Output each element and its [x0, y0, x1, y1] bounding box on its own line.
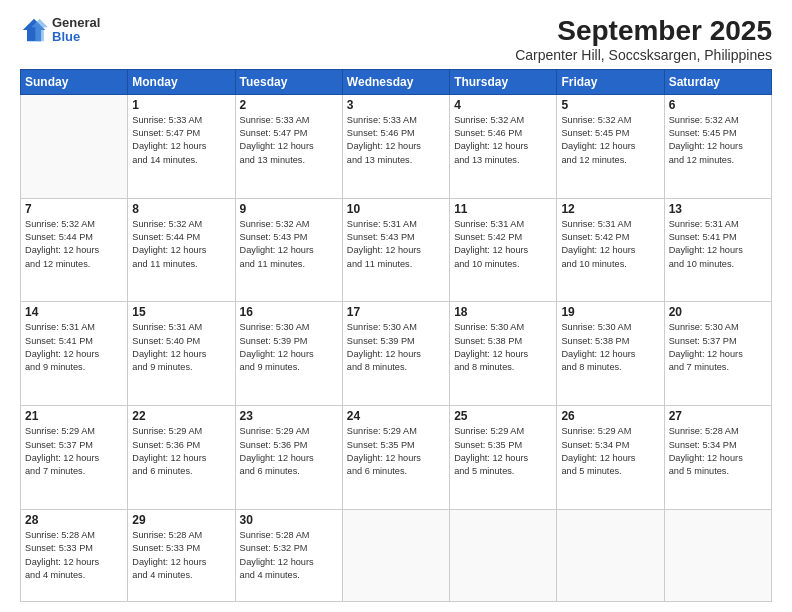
day-number: 28	[25, 513, 123, 527]
day-cell: 19Sunrise: 5:30 AMSunset: 5:38 PMDayligh…	[557, 302, 664, 406]
day-cell: 15Sunrise: 5:31 AMSunset: 5:40 PMDayligh…	[128, 302, 235, 406]
day-info: Sunrise: 5:32 AMSunset: 5:43 PMDaylight:…	[240, 218, 338, 271]
weekday-header-saturday: Saturday	[664, 69, 771, 94]
day-cell	[21, 94, 128, 198]
day-info: Sunrise: 5:29 AMSunset: 5:36 PMDaylight:…	[132, 425, 230, 478]
day-info: Sunrise: 5:31 AMSunset: 5:41 PMDaylight:…	[25, 321, 123, 374]
weekday-header-sunday: Sunday	[21, 69, 128, 94]
weekday-row: SundayMondayTuesdayWednesdayThursdayFrid…	[21, 69, 772, 94]
day-info: Sunrise: 5:28 AMSunset: 5:34 PMDaylight:…	[669, 425, 767, 478]
weekday-header-tuesday: Tuesday	[235, 69, 342, 94]
day-cell	[664, 509, 771, 601]
day-number: 10	[347, 202, 445, 216]
day-info: Sunrise: 5:30 AMSunset: 5:38 PMDaylight:…	[454, 321, 552, 374]
day-cell: 2Sunrise: 5:33 AMSunset: 5:47 PMDaylight…	[235, 94, 342, 198]
logo: General Blue	[20, 16, 100, 45]
day-cell: 20Sunrise: 5:30 AMSunset: 5:37 PMDayligh…	[664, 302, 771, 406]
day-number: 30	[240, 513, 338, 527]
calendar-title: September 2025	[515, 16, 772, 47]
day-info: Sunrise: 5:33 AMSunset: 5:47 PMDaylight:…	[132, 114, 230, 167]
day-number: 8	[132, 202, 230, 216]
day-info: Sunrise: 5:29 AMSunset: 5:37 PMDaylight:…	[25, 425, 123, 478]
day-cell: 27Sunrise: 5:28 AMSunset: 5:34 PMDayligh…	[664, 406, 771, 510]
day-number: 13	[669, 202, 767, 216]
calendar-body: 1Sunrise: 5:33 AMSunset: 5:47 PMDaylight…	[21, 94, 772, 601]
day-number: 14	[25, 305, 123, 319]
day-cell: 12Sunrise: 5:31 AMSunset: 5:42 PMDayligh…	[557, 198, 664, 302]
day-info: Sunrise: 5:33 AMSunset: 5:47 PMDaylight:…	[240, 114, 338, 167]
day-info: Sunrise: 5:31 AMSunset: 5:42 PMDaylight:…	[454, 218, 552, 271]
day-cell: 8Sunrise: 5:32 AMSunset: 5:44 PMDaylight…	[128, 198, 235, 302]
day-cell: 1Sunrise: 5:33 AMSunset: 5:47 PMDaylight…	[128, 94, 235, 198]
day-info: Sunrise: 5:29 AMSunset: 5:36 PMDaylight:…	[240, 425, 338, 478]
day-info: Sunrise: 5:30 AMSunset: 5:39 PMDaylight:…	[240, 321, 338, 374]
day-cell: 13Sunrise: 5:31 AMSunset: 5:41 PMDayligh…	[664, 198, 771, 302]
day-cell: 3Sunrise: 5:33 AMSunset: 5:46 PMDaylight…	[342, 94, 449, 198]
day-number: 11	[454, 202, 552, 216]
day-number: 25	[454, 409, 552, 423]
day-cell: 24Sunrise: 5:29 AMSunset: 5:35 PMDayligh…	[342, 406, 449, 510]
day-cell	[450, 509, 557, 601]
day-info: Sunrise: 5:31 AMSunset: 5:43 PMDaylight:…	[347, 218, 445, 271]
day-number: 1	[132, 98, 230, 112]
day-number: 9	[240, 202, 338, 216]
day-number: 17	[347, 305, 445, 319]
day-number: 2	[240, 98, 338, 112]
day-number: 16	[240, 305, 338, 319]
day-cell: 21Sunrise: 5:29 AMSunset: 5:37 PMDayligh…	[21, 406, 128, 510]
logo-icon	[20, 16, 48, 44]
header: General Blue September 2025 Carpenter Hi…	[20, 16, 772, 63]
day-info: Sunrise: 5:28 AMSunset: 5:33 PMDaylight:…	[25, 529, 123, 582]
day-info: Sunrise: 5:31 AMSunset: 5:42 PMDaylight:…	[561, 218, 659, 271]
day-cell: 26Sunrise: 5:29 AMSunset: 5:34 PMDayligh…	[557, 406, 664, 510]
day-info: Sunrise: 5:32 AMSunset: 5:45 PMDaylight:…	[669, 114, 767, 167]
day-number: 21	[25, 409, 123, 423]
day-number: 26	[561, 409, 659, 423]
day-cell: 11Sunrise: 5:31 AMSunset: 5:42 PMDayligh…	[450, 198, 557, 302]
day-info: Sunrise: 5:30 AMSunset: 5:38 PMDaylight:…	[561, 321, 659, 374]
day-info: Sunrise: 5:30 AMSunset: 5:39 PMDaylight:…	[347, 321, 445, 374]
calendar-subtitle: Carpenter Hill, Soccsksargen, Philippine…	[515, 47, 772, 63]
day-number: 23	[240, 409, 338, 423]
day-cell	[557, 509, 664, 601]
logo-general: General	[52, 16, 100, 30]
day-cell: 23Sunrise: 5:29 AMSunset: 5:36 PMDayligh…	[235, 406, 342, 510]
day-number: 15	[132, 305, 230, 319]
day-cell: 28Sunrise: 5:28 AMSunset: 5:33 PMDayligh…	[21, 509, 128, 601]
day-info: Sunrise: 5:30 AMSunset: 5:37 PMDaylight:…	[669, 321, 767, 374]
day-number: 3	[347, 98, 445, 112]
week-row-2: 7Sunrise: 5:32 AMSunset: 5:44 PMDaylight…	[21, 198, 772, 302]
day-cell	[342, 509, 449, 601]
day-cell: 9Sunrise: 5:32 AMSunset: 5:43 PMDaylight…	[235, 198, 342, 302]
day-info: Sunrise: 5:29 AMSunset: 5:35 PMDaylight:…	[454, 425, 552, 478]
day-number: 22	[132, 409, 230, 423]
day-number: 6	[669, 98, 767, 112]
day-number: 7	[25, 202, 123, 216]
weekday-header-monday: Monday	[128, 69, 235, 94]
weekday-header-friday: Friday	[557, 69, 664, 94]
day-cell: 5Sunrise: 5:32 AMSunset: 5:45 PMDaylight…	[557, 94, 664, 198]
day-number: 20	[669, 305, 767, 319]
title-block: September 2025 Carpenter Hill, Soccsksar…	[515, 16, 772, 63]
day-cell: 4Sunrise: 5:32 AMSunset: 5:46 PMDaylight…	[450, 94, 557, 198]
day-number: 27	[669, 409, 767, 423]
logo-blue: Blue	[52, 30, 100, 44]
calendar-header: SundayMondayTuesdayWednesdayThursdayFrid…	[21, 69, 772, 94]
weekday-header-thursday: Thursday	[450, 69, 557, 94]
day-number: 12	[561, 202, 659, 216]
day-cell: 17Sunrise: 5:30 AMSunset: 5:39 PMDayligh…	[342, 302, 449, 406]
day-info: Sunrise: 5:32 AMSunset: 5:45 PMDaylight:…	[561, 114, 659, 167]
day-cell: 22Sunrise: 5:29 AMSunset: 5:36 PMDayligh…	[128, 406, 235, 510]
day-cell: 7Sunrise: 5:32 AMSunset: 5:44 PMDaylight…	[21, 198, 128, 302]
day-number: 5	[561, 98, 659, 112]
logo-text: General Blue	[52, 16, 100, 45]
day-cell: 25Sunrise: 5:29 AMSunset: 5:35 PMDayligh…	[450, 406, 557, 510]
day-number: 18	[454, 305, 552, 319]
day-info: Sunrise: 5:31 AMSunset: 5:40 PMDaylight:…	[132, 321, 230, 374]
weekday-header-wednesday: Wednesday	[342, 69, 449, 94]
day-info: Sunrise: 5:32 AMSunset: 5:44 PMDaylight:…	[25, 218, 123, 271]
day-number: 24	[347, 409, 445, 423]
day-number: 29	[132, 513, 230, 527]
day-info: Sunrise: 5:28 AMSunset: 5:33 PMDaylight:…	[132, 529, 230, 582]
day-number: 19	[561, 305, 659, 319]
